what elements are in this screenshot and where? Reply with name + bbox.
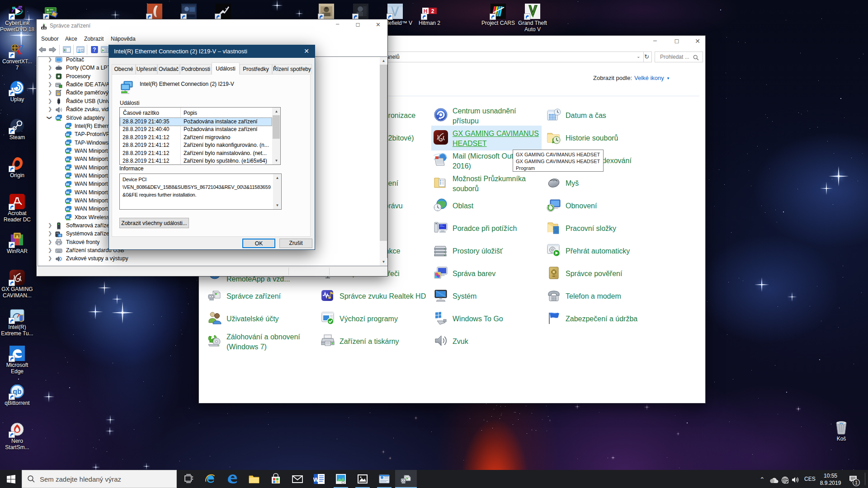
- svg-text:W: W: [313, 476, 319, 483]
- svg-text:2: 2: [431, 8, 434, 14]
- svg-text:?: ?: [93, 47, 96, 53]
- svg-text:7: 7: [20, 44, 24, 51]
- svg-text:1: 1: [855, 480, 858, 485]
